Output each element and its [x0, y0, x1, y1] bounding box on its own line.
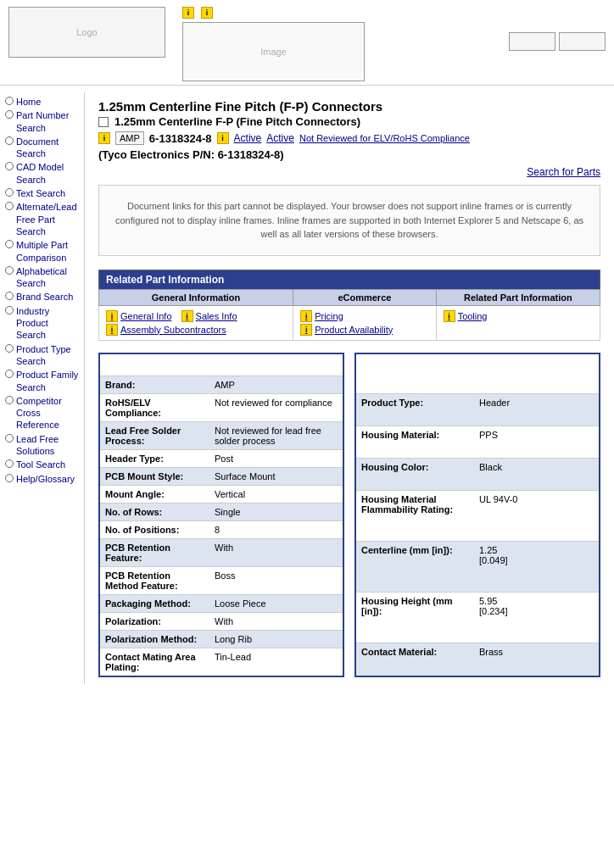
header-right — [509, 7, 606, 51]
properties-table: Other Properties: Product Type: Header H… — [354, 353, 600, 677]
sidebar-link-multiple[interactable]: Multiple Part Comparison — [16, 239, 79, 264]
features-table: Searchable Features: Brand: AMP RoHS/ELV… — [98, 353, 344, 677]
feature-value-2: Not reviewed for lead free solder proces… — [209, 421, 343, 449]
feature-value-12: Long Rib — [209, 630, 343, 648]
sidebar-link-alternate[interactable]: Alternate/Lead Free Part Search — [16, 201, 79, 237]
part-number: 6-1318324-8 — [149, 132, 212, 145]
logo-placeholder: Logo — [76, 27, 97, 37]
yellow-icon-si: i — [181, 310, 193, 322]
sidebar-link-lead-free[interactable]: Lead Free Solutions — [16, 433, 79, 458]
prop-value-6: Brass — [474, 643, 600, 676]
feature-row-7: No. of Positions: 8 — [99, 520, 343, 538]
sidebar-item-alphabetical[interactable]: Alphabetical Search — [5, 265, 79, 290]
yellow-icon-pa: i — [300, 324, 312, 336]
search-for-parts[interactable]: Search for Parts — [98, 166, 600, 178]
sidebar-radio-part-number — [5, 110, 14, 119]
related-col2-links: i Pricing i Product Availability — [293, 305, 436, 340]
feature-value-13: Tin-Lead — [209, 648, 343, 676]
header-box-1[interactable] — [509, 32, 555, 51]
sidebar-item-cad-model-search[interactable]: CAD Model Search — [5, 161, 79, 186]
tooling-link[interactable]: i Tooling — [444, 310, 488, 322]
assembly-link[interactable]: i Assembly Subcontractors — [106, 324, 226, 336]
status-active[interactable]: Active — [266, 132, 294, 144]
prop-label-5: Housing Height (mm [in]): — [355, 593, 474, 643]
sidebar-item-part-number-search[interactable]: Part Number Search — [5, 109, 79, 134]
feature-row-3: Header Type: Post — [99, 449, 343, 467]
sidebar-item-multiple-part[interactable]: Multiple Part Comparison — [5, 239, 79, 264]
sidebar-item-industry-search[interactable]: Industry Product Search — [5, 305, 79, 342]
sidebar-item-brand-search[interactable]: Brand Search — [5, 291, 79, 303]
sidebar-link-tool[interactable]: Tool Search — [16, 459, 65, 470]
header-box-2[interactable] — [559, 32, 606, 51]
related-col1-links: i General Info i Sales Info i Assembly S… — [99, 305, 293, 340]
feature-row-4: PCB Mount Style: Surface Mount — [99, 467, 343, 485]
sidebar-radio-cad — [5, 162, 14, 170]
header: Logo i i Image — [0, 0, 614, 86]
props-header: Other Properties: — [355, 353, 600, 394]
sidebar-radio-multiple — [5, 240, 14, 248]
sidebar-link-cad[interactable]: CAD Model Search — [16, 161, 79, 186]
props-header-row: Other Properties: — [355, 353, 600, 394]
features-header-row: Searchable Features: — [99, 353, 343, 376]
feature-label-5: Mount Angle: — [99, 485, 209, 503]
sidebar-item-alternate-search[interactable]: Alternate/Lead Free Part Search — [5, 201, 79, 237]
sidebar-item-home[interactable]: Home — [5, 96, 79, 108]
feature-value-11: With — [209, 612, 343, 630]
sidebar-item-text-search[interactable]: Text Search — [5, 187, 79, 199]
feature-label-12: Polarization Method: — [99, 630, 209, 648]
sidebar-item-document-search[interactable]: Document Search — [5, 136, 79, 160]
related-col1-header: General Information — [99, 289, 293, 305]
prop-value-1: PPS — [474, 426, 600, 459]
feature-label-3: Header Type: — [99, 449, 209, 467]
sidebar: Home Part Number Search Document Search … — [0, 92, 85, 684]
sidebar-item-help-glossary[interactable]: Help/Glossary — [5, 473, 79, 485]
sidebar-item-tool-search[interactable]: Tool Search — [5, 459, 79, 470]
sidebar-link-product-type[interactable]: Product Type Search — [16, 343, 79, 368]
general-info-link[interactable]: i General Info — [106, 310, 172, 322]
feature-value-1: Not reviewed for compliance — [209, 393, 343, 421]
feature-row-10: Packaging Method: Loose Piece — [99, 594, 343, 612]
related-header-row: Related Part Information — [99, 270, 600, 289]
sidebar-link-competitor[interactable]: Competitor Cross Reference — [16, 395, 79, 431]
header-image-box: Image — [182, 22, 365, 81]
sidebar-link-alphabetical[interactable]: Alphabetical Search — [16, 265, 79, 290]
sidebar-link-home[interactable]: Home — [16, 96, 41, 108]
sidebar-radio-industry — [5, 306, 14, 314]
sidebar-link-text[interactable]: Text Search — [16, 187, 65, 199]
sidebar-item-product-family[interactable]: Product Family Search — [5, 369, 79, 393]
sidebar-radio-help — [5, 474, 14, 482]
content-area: 1.25mm Centerline Fine Pitch (F-P) Conne… — [85, 92, 614, 684]
prop-label-6: Contact Material: — [355, 643, 474, 676]
sidebar-link-industry[interactable]: Industry Product Search — [16, 305, 79, 342]
related-sub-header-row: General Information eCommerce Related Pa… — [99, 289, 600, 305]
feature-row-2: Lead Free Solder Process: Not reviewed f… — [99, 421, 343, 449]
pricing-link[interactable]: i Pricing — [300, 310, 343, 322]
tyco-pn: (Tyco Electronics P/N: 6-1318324-8) — [98, 148, 600, 161]
part-number-line: i AMP 6-1318324-8 i Active Active Not Re… — [98, 131, 600, 145]
sidebar-link-brand[interactable]: Brand Search — [16, 291, 73, 303]
sidebar-item-lead-free[interactable]: Lead Free Solutions — [5, 433, 79, 458]
prop-label-0: Product Type: — [355, 394, 474, 426]
feature-value-0: AMP — [209, 376, 343, 393]
features-header: Searchable Features: — [99, 353, 343, 376]
yellow-icon-1: i — [182, 7, 194, 19]
sidebar-item-product-type[interactable]: Product Type Search — [5, 343, 79, 368]
sidebar-radio-alphabetical — [5, 266, 14, 275]
status-link[interactable]: Active — [234, 132, 262, 144]
sales-info-link[interactable]: i Sales Info — [181, 310, 237, 322]
feature-row-9: PCB Retention Method Feature: Boss — [99, 566, 343, 594]
sidebar-item-competitor-cross[interactable]: Competitor Cross Reference — [5, 395, 79, 431]
sidebar-link-product-family[interactable]: Product Family Search — [16, 369, 79, 393]
feature-value-10: Loose Piece — [209, 594, 343, 612]
product-availability-link[interactable]: i Product Availability — [300, 324, 393, 336]
sidebar-link-part-number[interactable]: Part Number Search — [16, 109, 79, 134]
prop-row-4: Centerline (mm [in]): 1.25 [0.049] — [355, 542, 600, 593]
header-right-boxes — [509, 32, 606, 51]
feature-row-11: Polarization: With — [99, 612, 343, 630]
elv-text-link[interactable]: Not Reviewed for ELV/RoHS Compliance — [299, 133, 470, 143]
feature-row-0: Brand: AMP — [99, 376, 343, 393]
feature-label-8: PCB Retention Feature: — [99, 538, 209, 566]
sidebar-link-help[interactable]: Help/Glossary — [16, 473, 75, 485]
sidebar-link-document[interactable]: Document Search — [16, 136, 79, 160]
feature-label-10: Packaging Method: — [99, 594, 209, 612]
